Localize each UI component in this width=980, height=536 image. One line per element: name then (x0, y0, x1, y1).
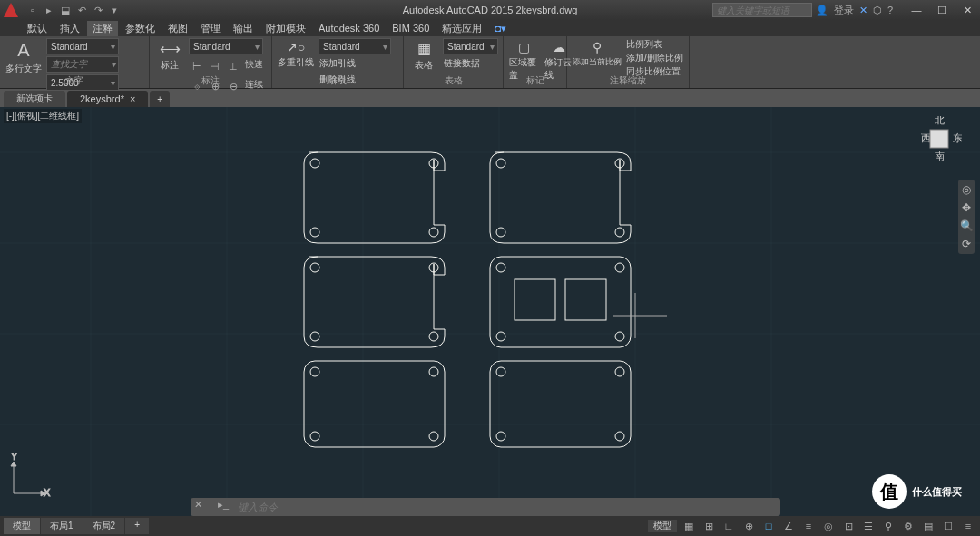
nav-wheel-icon[interactable]: ◎ (962, 183, 971, 196)
new-tab[interactable]: 新选项卡 (4, 91, 65, 107)
tab-default[interactable]: 默认 (22, 21, 53, 36)
status-ann-icon[interactable]: ⚲ (880, 518, 897, 534)
drawing-canvas[interactable]: [-][俯视][二维线框] (0, 107, 980, 516)
user-area[interactable]: 👤 登录 ✕ ⬡ ? (816, 4, 893, 17)
layout-tabs: 模型 布局1 布局2 + (4, 518, 150, 534)
tab-view[interactable]: 视图 (162, 21, 193, 36)
qat-save-icon[interactable]: ⬓ (58, 3, 73, 17)
maximize-button[interactable]: ☐ (929, 1, 955, 19)
table-button[interactable]: ▦ 表格 (407, 38, 440, 73)
close-button[interactable]: ✕ (955, 1, 980, 19)
status-clean-icon[interactable]: ☐ (940, 518, 956, 534)
minimize-button[interactable]: — (904, 1, 929, 19)
qat-redo-icon[interactable]: ↷ (91, 3, 105, 17)
dim-btn3-icon[interactable]: ⊥ (225, 58, 241, 74)
panel-leader: ↗○ 多重引线 Standard 添加引线 删除引线 引线 (272, 36, 404, 88)
addscale-button[interactable]: ⚲ 添加当前比例 (571, 38, 623, 70)
status-snap-icon[interactable]: ⊞ (701, 518, 717, 534)
status-sc-icon[interactable]: ☰ (860, 518, 877, 534)
svg-point-13 (429, 228, 438, 237)
tab-manage[interactable]: 管理 (195, 21, 226, 36)
tab-addins[interactable]: 附加模块 (260, 21, 311, 36)
scale-adddel-button[interactable]: 添加/删除比例 (626, 52, 683, 64)
panel-scale: ⚲ 添加当前比例 比例列表 添加/删除比例 同步比例位置 注释缩放 (567, 36, 690, 88)
status-grid-icon[interactable]: ▦ (681, 518, 697, 534)
panel-text: A 多行文字 Standard 查找文字 2.5000 文字 (0, 36, 150, 88)
revcloud-icon: ☁ (553, 40, 565, 54)
tab-annotate[interactable]: 注释 (87, 21, 118, 36)
svg-point-35 (496, 367, 505, 376)
svg-rect-28 (565, 279, 606, 320)
panel-table-title: 表格 (404, 74, 503, 87)
svg-point-25 (615, 263, 624, 272)
qat-open-icon[interactable]: ▸ (42, 3, 56, 17)
svg-text:东: 东 (953, 132, 962, 143)
status-lwt-icon[interactable]: ≡ (800, 518, 817, 534)
qat-new-icon[interactable]: ▫ (25, 3, 40, 17)
dimension-icon: ⟷ (160, 40, 181, 57)
svg-point-10 (310, 159, 319, 168)
a360-icon[interactable]: ⬡ (873, 5, 882, 16)
help-search-input[interactable] (712, 3, 812, 17)
exchange-icon[interactable]: ✕ (859, 5, 867, 16)
qat-more-icon[interactable]: ▾ (107, 3, 122, 17)
tab-output[interactable]: 输出 (228, 21, 259, 36)
svg-text:北: 北 (935, 116, 945, 125)
nav-orbit-icon[interactable]: ⟳ (962, 238, 971, 250)
tab-expand-icon[interactable]: ◘▾ (489, 22, 512, 35)
layout-tab-add[interactable]: + (125, 518, 150, 534)
svg-point-23 (496, 263, 505, 272)
tab-parametric[interactable]: 参数化 (120, 21, 161, 36)
nav-zoom-icon[interactable]: 🔍 (960, 219, 974, 232)
svg-point-11 (310, 228, 319, 237)
status-polar-icon[interactable]: ⊕ (740, 518, 757, 534)
ribbon: A 多行文字 Standard 查找文字 2.5000 文字 ⟷ 标注 Stan… (0, 36, 980, 89)
cmd-close-icon[interactable]: ✕ (194, 499, 211, 515)
command-input[interactable] (238, 502, 780, 512)
leader-style-combo[interactable]: Standard (318, 38, 391, 54)
scale-list-button[interactable]: 比例列表 (626, 38, 683, 51)
svg-point-36 (496, 432, 505, 441)
svg-text:X: X (44, 487, 51, 498)
status-custom-icon[interactable]: ≡ (960, 518, 976, 534)
qat-undo-icon[interactable]: ↶ (74, 3, 89, 17)
table-style-combo[interactable]: Standard (443, 38, 498, 54)
tab-close-icon[interactable]: × (130, 93, 135, 104)
viewcube[interactable]: 北 南 西 东 (916, 116, 962, 161)
layout-tab-model[interactable]: 模型 (4, 518, 41, 534)
status-ortho-icon[interactable]: ∟ (720, 518, 737, 534)
doc-tab-active[interactable]: 2keysbrd*× (67, 91, 148, 107)
add-leader-button[interactable]: 添加引线 (318, 56, 391, 71)
tab-insert[interactable]: 插入 (54, 21, 85, 36)
mleader-button[interactable]: ↗○ 多重引线 (276, 38, 316, 71)
tab-featured[interactable]: 精选应用 (436, 21, 487, 36)
tab-bim360[interactable]: BIM 360 (387, 22, 435, 34)
dim-btn2-icon[interactable]: ⊣ (207, 58, 223, 74)
dimension-button[interactable]: ⟷ 标注 (153, 38, 186, 73)
text-style-combo[interactable]: Standard (46, 38, 119, 54)
link-data-button[interactable]: 链接数据 (443, 56, 498, 71)
status-osnap-icon[interactable]: □ (760, 518, 777, 534)
dim-btn1-icon[interactable]: ⊢ (189, 58, 205, 74)
text-find-combo[interactable]: 查找文字 (46, 56, 119, 73)
layout-tab-2[interactable]: 布局2 (83, 518, 126, 534)
mtext-icon: A (17, 40, 29, 61)
status-otrack-icon[interactable]: ∠ (780, 518, 797, 534)
status-iso-icon[interactable]: ▤ (920, 518, 936, 534)
nav-pan-icon[interactable]: ✥ (962, 201, 971, 214)
status-qp-icon[interactable]: ⊡ (840, 518, 857, 534)
dim-quick-label[interactable]: 快速 (245, 58, 263, 74)
dim-style-combo[interactable]: Standard (189, 38, 263, 54)
status-tpy-icon[interactable]: ◎ (820, 518, 837, 534)
svg-point-18 (310, 263, 319, 272)
layout-tab-1[interactable]: 布局1 (41, 518, 83, 534)
help-icon[interactable]: ? (887, 5, 893, 15)
command-line[interactable]: ✕ ▸_ (191, 498, 780, 516)
mtext-button[interactable]: A 多行文字 (4, 38, 44, 77)
ribbon-tabs: 默认 插入 注释 参数化 视图 管理 输出 附加模块 Autodesk 360 … (0, 20, 980, 36)
tab-a360[interactable]: Autodesk 360 (313, 22, 385, 34)
status-mode-label[interactable]: 模型 (648, 520, 677, 532)
panel-dimension: ⟷ 标注 Standard ⊢ ⊣ ⊥ 快速 ⟐ ⊕ ⊖ 连续 标注 (150, 36, 272, 88)
status-ws-icon[interactable]: ⚙ (900, 518, 916, 534)
app-icon[interactable] (4, 3, 18, 17)
